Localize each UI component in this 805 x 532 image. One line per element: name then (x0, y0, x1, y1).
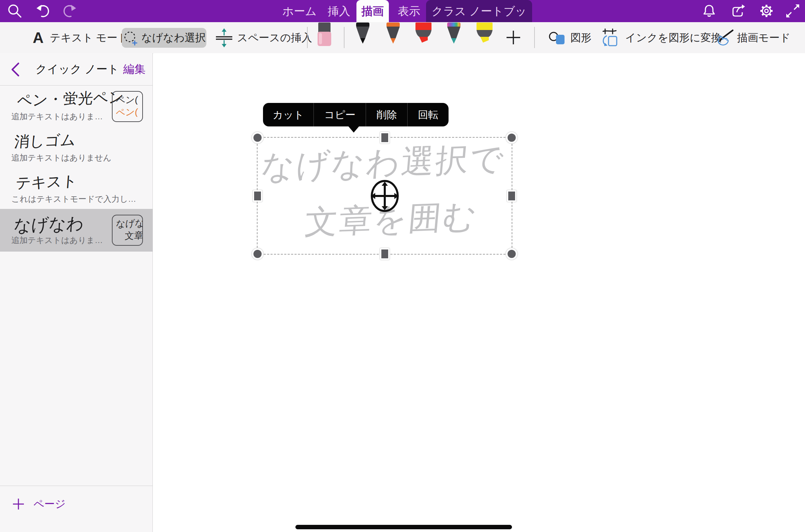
page-item-lasso-selected[interactable]: なげなわ 追加テキストはありま… なげなわ 文章を (0, 209, 153, 252)
page-subtitle: 追加テキストはありま… (11, 111, 103, 122)
fullscreen-expand-icon[interactable] (785, 3, 801, 19)
page-title-ink: なげなわ (13, 212, 85, 237)
yellow-highlighter-tool[interactable] (475, 22, 494, 44)
tab-draw[interactable]: 描画 (356, 0, 389, 22)
tab-view[interactable]: 表示 (390, 0, 428, 22)
edit-button[interactable]: 編集 (123, 53, 146, 85)
separator (344, 27, 345, 48)
tab-insert[interactable]: 挿入 (320, 0, 358, 22)
add-pen-plus-icon[interactable] (506, 30, 521, 45)
search-icon[interactable] (6, 3, 23, 19)
copy-button[interactable]: コピー (313, 103, 365, 126)
red-highlighter-tool[interactable] (414, 22, 433, 44)
page-item-text[interactable]: テキスト これはテキストモードで入力し… (0, 168, 153, 209)
lasso-select-button[interactable]: なげなわ選択 (122, 28, 206, 48)
selection-handle-bottom-right[interactable] (506, 248, 517, 260)
home-indicator[interactable] (295, 525, 512, 529)
tab-home[interactable]: ホーム (281, 0, 318, 22)
insert-space-button[interactable]: スペースの挿入 (237, 22, 312, 53)
share-icon[interactable] (730, 3, 746, 19)
page-item-eraser[interactable]: 消しゴム 追加テキストはありません (0, 126, 153, 168)
onenote-app: ホーム 挿入 描画 表示 クラス ノートブック (0, 0, 805, 532)
draw-ribbon: A テキスト モード なげなわ選択 スペースの挿入 (0, 22, 805, 54)
selection-handle-right[interactable] (507, 190, 516, 202)
ink-context-menu: カット コピー 削除 回転 (263, 103, 449, 126)
add-page-label: ページ (33, 497, 65, 511)
orange-pen-tool[interactable] (385, 22, 401, 44)
text-mode-button[interactable]: テキスト モード (50, 22, 128, 53)
move-selection-icon[interactable] (369, 179, 400, 213)
undo-icon[interactable] (34, 3, 50, 19)
page-subtitle: 追加テキストはありません (11, 152, 112, 163)
context-menu-pointer (348, 125, 360, 133)
insert-space-icon (215, 28, 233, 48)
shapes-icon (548, 30, 567, 46)
ink-to-shape-icon (600, 28, 619, 47)
settings-gear-icon[interactable] (758, 3, 775, 19)
title-bar: ホーム 挿入 描画 表示 クラス ノートブック (0, 0, 805, 22)
page-thumbnail: なげなわ 文章を (112, 215, 143, 246)
page-list-sidebar: クイック ノート 編集 ペン・蛍光ペン 追加テキストはありま… ペン( ペン( … (0, 53, 153, 532)
add-page-button[interactable]: ページ (0, 486, 153, 522)
back-chevron-icon[interactable] (10, 62, 20, 77)
lasso-selection-box[interactable] (257, 137, 512, 255)
eraser-tool[interactable] (318, 22, 331, 46)
separator (307, 27, 308, 48)
page-title-ink: 消しゴム (14, 130, 76, 152)
redo-icon[interactable] (62, 3, 78, 19)
text-mode-icon: A (33, 22, 44, 53)
lasso-icon (122, 30, 138, 46)
page-subtitle: 追加テキストはありま… (11, 235, 103, 246)
tab-class-notebook[interactable]: クラス ノートブック (426, 0, 532, 22)
draw-mode-icon (715, 29, 735, 47)
separator (534, 27, 535, 48)
ink-to-shape-button[interactable]: インクを図形に変換 (625, 22, 722, 53)
selection-handle-top-right[interactable] (506, 132, 517, 143)
selection-handle-top[interactable] (380, 132, 390, 143)
page-thumbnail: ペン( ペン( (112, 91, 143, 122)
lasso-select-label: なげなわ選択 (142, 31, 206, 45)
cut-button[interactable]: カット (263, 103, 313, 126)
selection-handle-bottom[interactable] (380, 248, 390, 260)
rainbow-pen-tool[interactable] (446, 22, 462, 44)
selection-handle-bottom-left[interactable] (252, 248, 263, 260)
thumbnail-ink-line: ペン( (116, 93, 143, 107)
delete-button[interactable]: 削除 (366, 103, 408, 126)
selection-handle-left[interactable] (253, 190, 262, 202)
add-page-plus-icon (12, 498, 25, 510)
selection-handle-top-left[interactable] (252, 132, 263, 143)
thumbnail-ink-line: ペン( (116, 106, 143, 119)
page-title-ink: ペン・蛍光ペン (16, 87, 125, 111)
notebook-section-title: クイック ノート (35, 53, 119, 85)
draw-mode-button[interactable]: 描画モード (737, 22, 790, 53)
black-pen-tool[interactable] (355, 22, 371, 44)
rotate-button[interactable]: 回転 (407, 103, 449, 126)
shapes-button[interactable]: 図形 (570, 22, 591, 53)
sidebar-header: クイック ノート 編集 (0, 53, 152, 86)
thumbnail-ink-line: 文章を (116, 229, 143, 243)
page-subtitle: これはテキストモードで入力し… (11, 194, 136, 204)
page-title-ink: テキスト (15, 171, 78, 193)
page-item-pen-highlighter[interactable]: ペン・蛍光ペン 追加テキストはありま… ペン( ペン( (0, 85, 153, 126)
note-canvas[interactable]: カット コピー 削除 回転 なげなわ選択で 文章を囲む (153, 53, 805, 532)
notifications-bell-icon[interactable] (701, 3, 717, 19)
thumbnail-ink-line: なげなわ (116, 217, 143, 230)
